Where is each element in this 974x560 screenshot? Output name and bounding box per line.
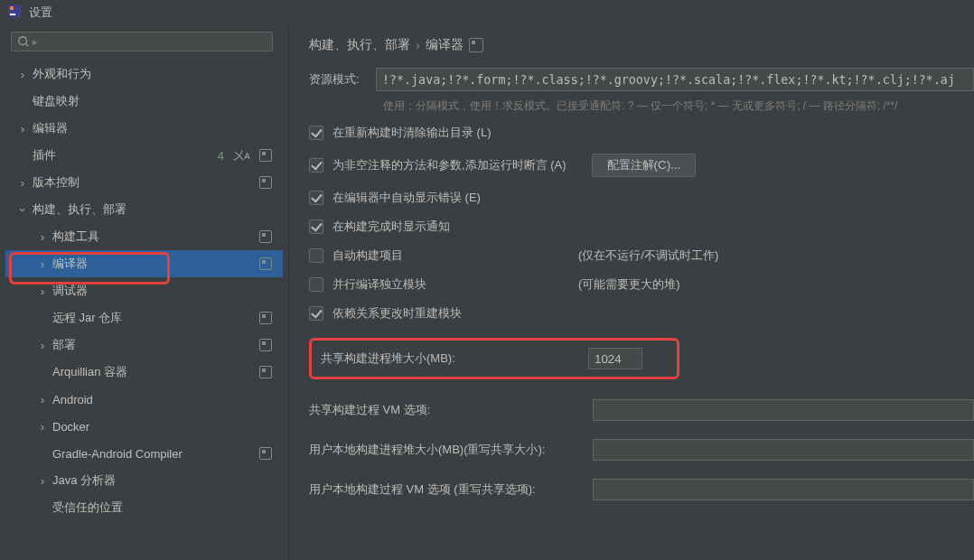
note-auto-build: (仅在不运行/不调试时工作) (578, 247, 718, 264)
tree-appearance[interactable]: › 外观和行为 (5, 61, 283, 88)
tree-remote-jar[interactable]: 远程 Jar 仓库 (5, 304, 283, 331)
module-icon (469, 38, 483, 52)
tree-deployment[interactable]: › 部署 (5, 331, 283, 359)
chevron-right-icon: › (36, 339, 49, 352)
label-auto-build: 自动构建项目 (332, 247, 569, 264)
chevron-right-icon: › (36, 393, 49, 406)
tree-trusted-locations[interactable]: 受信任的位置 (5, 494, 283, 521)
window-title: 设置 (29, 5, 52, 21)
chevron-right-icon: › (16, 176, 29, 190)
tree-java-analyzer[interactable]: › Java 分析器 (5, 467, 283, 494)
tree-keymap[interactable]: 键盘映射 (5, 88, 283, 115)
highlight-shared-heap: 共享构建进程堆大小(MB): (309, 338, 679, 379)
checkbox-parallel[interactable] (309, 277, 323, 292)
shared-heap-label: 共享构建进程堆大小(MB): (321, 350, 588, 367)
checkbox-clear-output[interactable] (309, 126, 323, 140)
svg-rect-1 (10, 6, 14, 10)
checkbox-show-errors[interactable] (309, 191, 323, 205)
checkbox-show-notifications[interactable] (309, 219, 323, 234)
breadcrumb-compiler: 编译器 (426, 37, 464, 53)
tree-plugins[interactable]: 插件 4 㐅ᴀ (5, 142, 283, 169)
module-icon (259, 312, 272, 324)
chevron-right-icon: › (36, 420, 49, 434)
user-vm-label: 用户本地构建过程 VM 选项 (重写共享选项): (309, 481, 593, 498)
checkbox-nonempty-assert[interactable] (309, 158, 323, 173)
module-icon (259, 339, 272, 351)
svg-rect-2 (10, 14, 15, 15)
tree-debugger[interactable]: › 调试器 (5, 277, 283, 304)
shared-vm-label: 共享构建过程 VM 选项: (309, 402, 593, 418)
tree-build-tools[interactable]: › 构建工具 (5, 223, 283, 250)
tree-editor[interactable]: › 编辑器 (5, 115, 283, 142)
chevron-right-icon: › (36, 285, 49, 298)
label-clear-output: 在重新构建时清除输出目录 (L) (332, 125, 492, 141)
label-rebuild-deps: 依赖关系更改时重建模块 (332, 305, 462, 322)
tree-version-control[interactable]: › 版本控制 (5, 169, 283, 196)
module-icon (259, 176, 272, 189)
chevron-right-icon: › (16, 68, 29, 81)
checkbox-rebuild-deps[interactable] (309, 306, 323, 321)
app-icon (7, 4, 22, 21)
search-icon (17, 35, 30, 48)
chevron-right-icon: › (36, 230, 49, 244)
module-icon (259, 447, 272, 460)
label-parallel: 并行编译独立模块 (332, 276, 569, 293)
svg-line-4 (26, 44, 29, 47)
tree-compiler[interactable]: › 编译器 (5, 250, 283, 277)
breadcrumb: 构建、执行、部署 › 编译器 (309, 37, 974, 53)
tree-android[interactable]: › Android (5, 386, 283, 413)
tree-arquillian[interactable]: Arquillian 容器 (5, 359, 283, 386)
svg-point-3 (19, 37, 27, 45)
label-nonempty-assert: 为非空注释的方法和参数,添加运行时断言 (A) (332, 157, 567, 173)
resource-pattern-hint: 使用；分隔模式，使用！求反模式。已接受通配符: ? — 仅一个符号; * — 无… (383, 98, 974, 114)
module-icon (259, 230, 272, 243)
note-parallel: (可能需要更大的堆) (578, 276, 680, 293)
shared-heap-input[interactable] (588, 348, 642, 369)
module-icon (259, 366, 272, 378)
chevron-right-icon: › (416, 38, 420, 52)
module-icon (259, 149, 272, 162)
plugins-count: 4 (218, 149, 224, 163)
checkbox-auto-build[interactable] (309, 248, 323, 263)
user-heap-input[interactable] (593, 439, 974, 461)
user-vm-input[interactable] (593, 479, 974, 500)
label-show-errors: 在编辑器中自动显示错误 (E) (332, 190, 481, 206)
shared-vm-input[interactable] (593, 399, 974, 421)
configure-annotations-button[interactable]: 配置注解(C)... (592, 154, 697, 177)
tree-gradle-android[interactable]: Gradle-Android Compiler (5, 440, 283, 467)
module-icon (259, 257, 272, 270)
breadcrumb-build[interactable]: 构建、执行、部署 (309, 37, 410, 53)
user-heap-label: 用户本地构建进程堆大小(MB)(重写共享大小): (309, 442, 593, 458)
resource-pattern-input[interactable] (376, 68, 974, 91)
chevron-right-icon: › (16, 122, 29, 135)
chevron-right-icon: › (36, 474, 49, 488)
label-show-notifications: 在构建完成时显示通知 (332, 219, 450, 235)
chevron-right-icon: › (36, 257, 49, 271)
resource-pattern-label: 资源模式: (309, 71, 376, 88)
chevron-down-icon: › (16, 203, 30, 216)
tree-build[interactable]: › 构建、执行、部署 (5, 196, 283, 223)
search-input[interactable]: ▸ (11, 32, 273, 51)
tree-docker[interactable]: › Docker (5, 413, 283, 440)
translate-icon: 㐅ᴀ (233, 148, 250, 163)
